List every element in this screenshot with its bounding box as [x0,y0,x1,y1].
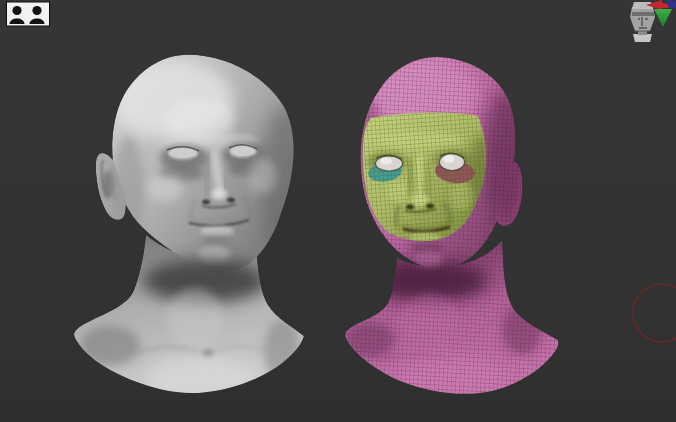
camera-head-thumbnail[interactable] [630,2,655,42]
sculpt-viewport[interactable] [0,0,676,422]
subtool-thumbnail-button[interactable] [7,2,50,26]
